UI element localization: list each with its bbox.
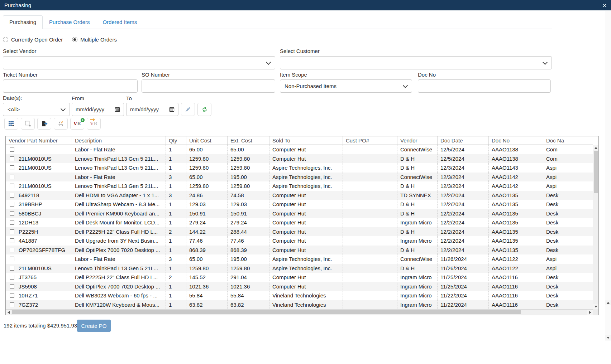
cell-unit_cost: 279.24 xyxy=(186,218,227,227)
cell-vendor_part_number: 21LM0010US xyxy=(6,181,72,191)
cell-vendor: D & H xyxy=(397,227,437,237)
cell-sold_to: Computer Hut xyxy=(269,236,343,246)
select-customer-dropdown[interactable] xyxy=(280,56,552,69)
row-checkbox[interactable] xyxy=(10,175,14,179)
column-header-description[interactable]: Description xyxy=(72,136,166,145)
select-vendor-dropdown[interactable] xyxy=(3,56,275,69)
cell-cust_po xyxy=(343,145,397,154)
column-header-sold_to[interactable]: Sold To xyxy=(269,136,343,145)
vendor-return-send-button[interactable]: VR xyxy=(87,118,101,130)
cell-sold_to: Computer Hut xyxy=(269,200,343,209)
cell-description: Lenovo ThinkPad L13 Gen 5 21L... xyxy=(72,264,166,273)
item-scope-dropdown[interactable]: Non-Purchased Items xyxy=(280,79,412,93)
scroll-up-button[interactable] xyxy=(593,145,598,150)
row-checkbox[interactable] xyxy=(10,202,14,207)
cell-cust_po xyxy=(343,300,397,310)
date-range-dropdown[interactable]: <All> xyxy=(3,103,70,116)
row-checkbox[interactable] xyxy=(10,266,14,271)
tab-ordered-items[interactable]: Ordered Items xyxy=(96,15,143,29)
radio-currently-open-order[interactable]: Currently Open Order xyxy=(3,37,63,43)
cell-doc_no: AAAO1135 xyxy=(488,218,543,227)
row-checkbox[interactable] xyxy=(10,220,14,225)
tab-purchasing[interactable]: Purchasing xyxy=(3,15,43,29)
cell-vendor: D & H xyxy=(397,200,437,209)
row-checkbox[interactable] xyxy=(10,284,14,289)
cell-description: Lenovo ThinkPad L13 Gen 5 21L... xyxy=(72,163,166,173)
cell-cust_po xyxy=(343,191,397,200)
vendor-part-number-text: 580BBCJ xyxy=(19,210,41,217)
cell-vendor: Ingram Micro xyxy=(397,236,437,246)
vendor-part-number-text: 21LM0010US xyxy=(19,265,52,271)
cell-description: Dell Desk Mount for Monitor, LCD... xyxy=(72,218,166,227)
clear-filter-button[interactable] xyxy=(181,103,195,116)
cell-ext_cost: 55.84 xyxy=(227,291,269,300)
window-vertical-scrollbar[interactable] xyxy=(605,11,611,341)
order-mode-radios: Currently Open OrderMultiple Orders xyxy=(3,37,117,43)
cell-doc_name: Aspi xyxy=(543,163,593,173)
export-button[interactable] xyxy=(37,118,51,130)
cell-ext_cost: 279.24 xyxy=(227,218,269,227)
triangle-down-icon xyxy=(595,306,597,308)
radio-multiple-orders[interactable]: Multiple Orders xyxy=(72,37,117,43)
choose-columns-button[interactable] xyxy=(4,118,18,130)
cell-doc_no: AAAO1138 xyxy=(488,145,543,154)
cell-unit_cost: 1259.80 xyxy=(186,181,227,191)
vendor-part-number-text: 21LM0010US xyxy=(19,183,52,189)
select-customer-label: Select Customer xyxy=(280,48,320,54)
row-checkbox[interactable] xyxy=(10,275,14,280)
row-checkbox[interactable] xyxy=(10,193,14,198)
clear-selection-button[interactable] xyxy=(21,118,35,130)
scroll-down-button[interactable] xyxy=(593,304,598,309)
vertical-scroll-thumb[interactable] xyxy=(594,151,598,193)
row-checkbox[interactable] xyxy=(10,293,14,298)
scroll-right-button[interactable] xyxy=(587,310,593,315)
to-date-input[interactable]: mm/dd/yyyy xyxy=(126,103,178,116)
table-row: Labor - Flat Rate165.0065.00Computer Hut… xyxy=(6,145,593,154)
table-row: P2225HDell P2225H 22" Class Full HD L...… xyxy=(6,227,593,237)
auto-fit-columns-button[interactable] xyxy=(54,118,68,130)
table-horizontal-scrollbar[interactable] xyxy=(6,309,593,315)
scroll-left-button[interactable] xyxy=(6,310,11,315)
row-checkbox[interactable] xyxy=(10,147,14,152)
row-checkbox[interactable] xyxy=(10,229,14,234)
column-header-cust_po[interactable]: Cust PO# xyxy=(343,136,397,145)
cell-doc_no: AAAO1116 xyxy=(488,273,543,282)
column-header-doc_date[interactable]: Doc Date xyxy=(437,136,488,145)
window-scroll-down-button[interactable] xyxy=(605,335,611,340)
row-checkbox[interactable] xyxy=(10,238,14,243)
column-header-vendor_part_number[interactable]: Vendor Part Number xyxy=(6,136,72,145)
column-header-doc_no[interactable]: Doc No xyxy=(488,136,543,145)
row-checkbox[interactable] xyxy=(10,211,14,216)
column-header-vendor[interactable]: Vendor xyxy=(397,136,437,145)
tab-purchase-orders[interactable]: Purchase Orders xyxy=(43,15,96,29)
cell-doc_no: AAAO1135 xyxy=(488,227,543,237)
close-icon[interactable]: × xyxy=(602,2,607,9)
horizontal-scroll-thumb[interactable] xyxy=(12,310,521,314)
cell-description: Lenovo ThinkPad L13 Gen 5 21L... xyxy=(72,154,166,164)
window-scroll-up-button[interactable] xyxy=(605,300,611,305)
row-checkbox[interactable] xyxy=(10,165,14,170)
column-header-unit_cost[interactable]: Unit Cost xyxy=(186,136,227,145)
from-date-input[interactable]: mm/dd/yyyy xyxy=(72,103,124,116)
row-checkbox[interactable] xyxy=(10,257,14,261)
vendor-part-number-text: 21LM0010US xyxy=(19,165,52,171)
column-header-doc_name[interactable]: Doc Na xyxy=(543,136,593,145)
doc-no-input[interactable] xyxy=(418,79,551,93)
cell-unit_cost: 77.46 xyxy=(186,236,227,246)
row-checkbox[interactable] xyxy=(10,248,14,252)
cell-vendor: Ingram Micro xyxy=(397,282,437,291)
column-header-ext_cost[interactable]: Ext. Cost xyxy=(227,136,269,145)
ticket-number-input[interactable] xyxy=(3,79,138,93)
cell-ext_cost: 1259.80 xyxy=(227,264,269,273)
create-po-button[interactable]: Create PO xyxy=(77,320,111,332)
table-vertical-scrollbar[interactable] xyxy=(593,145,598,309)
row-checkbox[interactable] xyxy=(10,156,14,161)
so-number-input[interactable] xyxy=(142,79,275,93)
cell-description: Lenovo ThinkPad L13 Gen 5 21L... xyxy=(72,181,166,191)
table-row: 21LM0010USLenovo ThinkPad L13 Gen 5 21L.… xyxy=(6,154,593,164)
row-checkbox[interactable] xyxy=(10,184,14,188)
column-header-qty[interactable]: Qty xyxy=(166,136,186,145)
row-checkbox[interactable] xyxy=(10,302,14,307)
refresh-button[interactable] xyxy=(197,103,211,116)
vendor-return-add-button[interactable]: VR+ xyxy=(70,118,84,130)
